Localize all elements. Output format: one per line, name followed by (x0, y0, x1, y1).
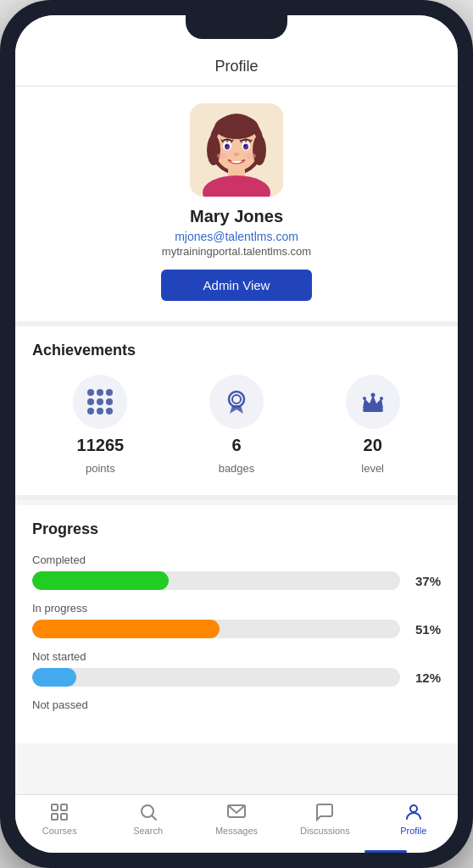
achievement-points: 11265 points (73, 375, 127, 475)
courses-icon (49, 802, 70, 822)
svg-rect-19 (363, 409, 383, 412)
messages-icon (226, 802, 247, 822)
progress-notstarted: Not started 12% (32, 650, 441, 687)
main-content: Mary Jones mjones@talentlms.com mytraini… (15, 86, 458, 794)
courses-label: Courses (42, 826, 77, 836)
level-icon-circle (346, 375, 400, 429)
avatar (190, 103, 283, 197)
points-value: 11265 (77, 436, 125, 455)
svg-point-12 (225, 145, 227, 147)
progress-completed-label: Completed (32, 554, 441, 566)
progress-inprogress-label: In progress (32, 602, 441, 615)
progress-completed-pct: 37% (409, 574, 441, 588)
progress-notpassed-label: Not passed (32, 698, 441, 711)
progress-inprogress-pct: 51% (409, 622, 441, 637)
progress-notstarted-pct: 12% (409, 670, 441, 685)
svg-point-7 (214, 115, 259, 139)
user-domain: mytrainingportal.talentlms.com (162, 245, 311, 258)
svg-point-20 (370, 393, 375, 398)
svg-point-6 (253, 135, 266, 165)
svg-rect-23 (52, 804, 58, 810)
badges-label: badges (219, 462, 255, 475)
achievement-level: 20 level (346, 375, 400, 475)
nav-item-profile[interactable]: Profile (388, 802, 439, 836)
progress-inprogress-track (32, 620, 400, 638)
admin-view-button[interactable]: Admin View (161, 270, 313, 301)
search-label: Search (133, 826, 163, 836)
nav-item-discussions[interactable]: Discussions (299, 802, 350, 836)
progress-notstarted-track (32, 668, 400, 687)
achievements-title: Achievements (32, 342, 441, 359)
achievements-section: Achievements 11265 points (15, 326, 458, 500)
crown-icon (359, 388, 387, 415)
svg-point-15 (217, 153, 227, 159)
profile-icon (403, 802, 424, 822)
progress-notstarted-row: 12% (32, 668, 441, 687)
phone-notch (186, 15, 287, 39)
points-label: points (86, 462, 115, 475)
progress-section: Progress Completed 37% In progress (15, 505, 458, 743)
svg-line-28 (152, 816, 156, 821)
points-icon-circle (73, 375, 127, 429)
svg-point-11 (243, 144, 248, 150)
badges-value: 6 (231, 436, 241, 455)
progress-completed-track (32, 571, 400, 590)
svg-point-13 (244, 145, 246, 147)
svg-rect-26 (61, 814, 67, 820)
progress-inprogress-row: 51% (32, 620, 441, 638)
progress-notstarted-fill (32, 668, 76, 687)
svg-point-18 (232, 395, 241, 403)
svg-point-22 (380, 397, 383, 400)
badge-icon (223, 388, 250, 415)
user-email: mjones@talentlms.com (175, 230, 298, 243)
nav-item-messages[interactable]: Messages (211, 802, 262, 836)
badges-icon-circle (209, 375, 264, 429)
discussions-label: Discussions (300, 826, 350, 836)
progress-inprogress-fill (32, 620, 220, 638)
search-icon (138, 802, 159, 822)
level-value: 20 (364, 436, 382, 455)
page-title: Profile (32, 58, 441, 75)
grid-icon (87, 389, 113, 415)
svg-point-21 (363, 397, 366, 400)
progress-notpassed: Not passed (32, 698, 441, 711)
messages-label: Messages (215, 826, 258, 836)
profile-section: Mary Jones mjones@talentlms.com mytraini… (15, 86, 458, 326)
progress-notstarted-label: Not started (32, 650, 441, 663)
svg-point-5 (207, 135, 220, 165)
nav-item-search[interactable]: Search (123, 802, 174, 836)
profile-label: Profile (400, 826, 426, 836)
progress-completed-row: 37% (32, 571, 441, 590)
achievement-badges: 6 badges (209, 375, 264, 475)
level-label: level (361, 462, 384, 475)
progress-completed: Completed 37% (32, 554, 441, 590)
svg-point-10 (225, 144, 230, 150)
svg-point-17 (229, 392, 244, 407)
progress-completed-fill (32, 571, 169, 590)
svg-point-16 (246, 153, 256, 159)
progress-inprogress: In progress 51% (32, 602, 441, 638)
nav-item-courses[interactable]: Courses (34, 802, 85, 836)
progress-title: Progress (32, 520, 441, 538)
phone-screen: Profile (15, 15, 458, 853)
avatar-image (190, 103, 283, 197)
svg-rect-24 (61, 804, 67, 810)
achievements-row: 11265 points 6 badges (32, 375, 441, 475)
svg-point-30 (410, 805, 417, 812)
nav-active-indicator (364, 850, 407, 853)
user-name: Mary Jones (190, 207, 283, 226)
svg-rect-25 (52, 814, 58, 820)
bottom-nav: Courses Search Messages (15, 794, 458, 853)
svg-point-14 (234, 153, 239, 156)
phone-shell: Profile (0, 0, 473, 868)
discussions-icon (314, 802, 335, 822)
